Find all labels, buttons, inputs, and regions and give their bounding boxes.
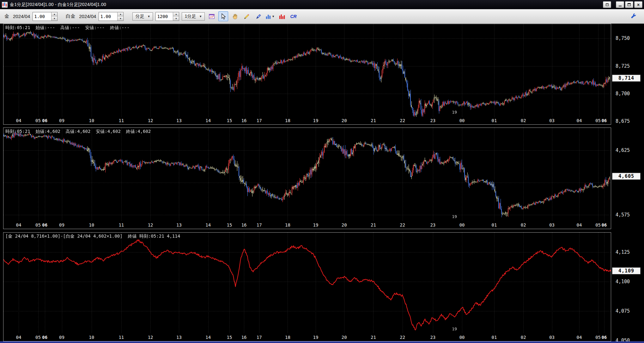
platinum-month-label: 2024/04 <box>79 14 96 19</box>
time-tick-label: 20 <box>342 222 347 228</box>
close-button[interactable]: × <box>634 1 642 8</box>
chevron-down-icon: ▼ <box>272 15 275 18</box>
period-type-dropdown[interactable]: 分足 ▼ <box>132 12 153 21</box>
time-tick-label: 01 <box>492 222 497 228</box>
gold-multiplier-spinner: ▲ ▼ <box>33 12 58 21</box>
window-bottom-border <box>0 341 644 343</box>
time-tick-label: 06 <box>42 118 47 123</box>
time-tick-label: 01 <box>492 335 497 340</box>
spin-down-button[interactable]: ▼ <box>173 16 179 21</box>
spin-up-button[interactable]: ▲ <box>118 12 123 17</box>
histogram-button[interactable] <box>277 11 287 21</box>
price-tick-label: 4,625 <box>616 147 630 153</box>
reset-icon: CR <box>290 14 296 19</box>
time-tick-label: 02 <box>521 335 526 340</box>
time-tick-label: 06 <box>601 118 607 123</box>
time-tick-label: 12 <box>148 222 153 228</box>
gold-time-axis: 0405060910111213141516171819202122230001… <box>3 117 611 124</box>
time-tick-label: 10 <box>89 118 94 123</box>
indicator-dropdown-button[interactable]: ▼ <box>265 11 275 21</box>
time-tick-label: 09 <box>59 118 64 123</box>
time-tick-label: 18 <box>285 222 290 228</box>
price-tick-label: 8,750 <box>616 35 630 41</box>
time-tick-label: 22 <box>400 118 405 123</box>
time-tick-label: 23 <box>430 118 435 123</box>
gold-chart-box: 時刻:05:21 始値:--- 高値:--- 安値:--- 終値:--- 040… <box>3 24 611 125</box>
time-tick-label: 19 <box>313 118 318 123</box>
time-tick-label: 17 <box>257 222 262 228</box>
price-tick-label: 8,725 <box>616 63 630 69</box>
time-tick-label: 21 <box>371 222 376 228</box>
restore-child-button[interactable] <box>603 1 611 8</box>
timeframe-dropdown[interactable]: 1分足 ▼ <box>182 12 205 21</box>
chart-reset-button[interactable]: CR <box>289 11 298 21</box>
gold-chart-canvas[interactable] <box>3 24 611 117</box>
spin-down-button[interactable]: ▼ <box>118 16 123 21</box>
time-tick-label: 05 <box>595 335 601 340</box>
maximize-button[interactable] <box>625 1 633 8</box>
spread-time-axis: 0405060910111213141516171819202122230001… <box>3 334 611 341</box>
time-tick-label: 05 <box>35 222 41 228</box>
settings-wrench-button[interactable] <box>629 11 638 21</box>
spread-last-price-badge: 4,109 <box>612 267 641 274</box>
select-tool-button[interactable] <box>218 11 228 21</box>
time-tick-label: 02 <box>521 118 526 123</box>
platinum-multiplier-input[interactable] <box>99 12 117 21</box>
time-tick-label: 20 <box>342 118 347 123</box>
pan-tool-button[interactable] <box>230 11 240 21</box>
window-close-icon: × <box>637 2 640 7</box>
bars-count-input[interactable] <box>156 12 173 21</box>
settings-wrench-icon <box>630 13 637 20</box>
time-tick-label: 19 <box>313 222 318 228</box>
gold-month-label: 2024/04 <box>13 14 30 19</box>
pencil-tool-icon <box>244 13 250 20</box>
window-restore-icon <box>606 3 609 6</box>
gold-multiplier-input[interactable] <box>33 12 51 21</box>
spin-down-button[interactable]: ▼ <box>52 16 57 21</box>
platinum-label: 白金 <box>66 13 75 19</box>
chart-window-button[interactable] <box>207 11 216 21</box>
window-maximize-icon <box>628 3 631 6</box>
titlebar: 金1分足[2024/04]1.00 - 白金1分足[2024/04]1.00 × <box>0 0 644 9</box>
time-tick-label: 05 <box>595 222 601 228</box>
time-tick-label: 01 <box>492 118 497 123</box>
time-tick-label: 16 <box>241 335 247 340</box>
time-tick-label: 04 <box>16 335 21 340</box>
time-tick-label: 22 <box>400 222 405 228</box>
price-tick-label: 8,700 <box>616 91 630 97</box>
time-tick-label: 18 <box>285 335 290 340</box>
time-tick-label: 00 <box>459 222 465 228</box>
time-tick-label: 12 <box>148 118 153 123</box>
time-tick-label: 22 <box>400 335 405 340</box>
bars-count-spinner: ▲ ▼ <box>155 12 179 21</box>
time-tick-label: 05 <box>35 335 41 340</box>
platinum-time-axis: 0405060910111213141516171819202122230001… <box>3 221 611 229</box>
platinum-price-axis: 4,605 4,6254,575 <box>612 128 644 229</box>
time-tick-label: 00 <box>459 118 465 123</box>
toolbar: 金 2024/04 ▲ ▼ 白金 2024/04 ▲ ▼ 分足 ▼ ▲ ▼ 1分… <box>0 9 644 24</box>
spread-chart-panel: [金 24/04 8,716×1.00]-[白金 24/04 4,602×1.0… <box>3 232 644 341</box>
price-tick-label: 4,125 <box>616 249 630 255</box>
spin-up-button[interactable]: ▲ <box>173 12 179 17</box>
time-tick-label: 23 <box>430 335 435 340</box>
time-tick-label: 04 <box>577 335 582 340</box>
time-tick-label: 18 <box>285 118 290 123</box>
minimize-button[interactable] <box>616 1 624 8</box>
pen-tool-button[interactable] <box>253 11 263 21</box>
time-tick-label: 03 <box>549 118 555 123</box>
time-tick-label: 16 <box>241 222 247 228</box>
price-tick-label: 4,100 <box>616 279 630 284</box>
spread-chart-box: [金 24/04 8,716×1.00]-[白金 24/04 4,602×1.0… <box>3 232 611 341</box>
pen-tool-icon <box>255 13 262 20</box>
platinum-chart-canvas[interactable] <box>3 128 611 221</box>
gold-label: 金 <box>4 13 9 19</box>
app-icon <box>2 2 8 8</box>
spread-chart-canvas[interactable] <box>3 233 611 334</box>
time-tick-label: 13 <box>176 222 182 228</box>
window-title: 金1分足[2024/04]1.00 - 白金1分足[2024/04]1.00 <box>10 2 106 8</box>
time-tick-label: 06 <box>42 222 47 228</box>
pencil-tool-button[interactable] <box>242 11 252 21</box>
spin-up-button[interactable]: ▲ <box>52 12 57 17</box>
price-tick-label: 8,675 <box>616 118 630 124</box>
time-tick-label: 15 <box>227 118 232 123</box>
